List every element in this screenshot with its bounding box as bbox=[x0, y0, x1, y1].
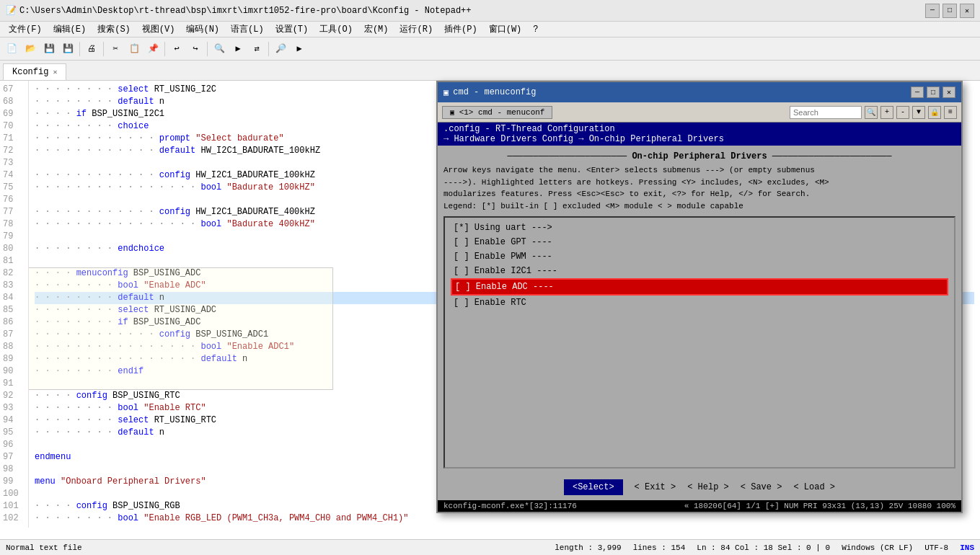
title-bar: 📝 C:\Users\Admin\Desktop\rt-thread\bsp\i… bbox=[0, 0, 980, 22]
cmd-maximize-button[interactable]: □ bbox=[927, 86, 940, 98]
lock-button[interactable]: 🔒 bbox=[928, 106, 941, 119]
menuconfig-help: Arrow keys navigate the menu. <Enter> se… bbox=[443, 164, 955, 212]
cmd-status-bar: kconfig-mconf.exe*[32]:11176 « 180206[64… bbox=[438, 500, 961, 512]
cmd-content: .config - RT-Thread Configuration → Hard… bbox=[438, 123, 961, 474]
cmd-title-left: ▣ cmd - menuconfig bbox=[443, 87, 536, 98]
search-minus-button[interactable]: - bbox=[896, 106, 909, 119]
line-numbers: 6768697071 7273747576 7778798081 8283848… bbox=[0, 81, 29, 528]
toolbar-separator-2 bbox=[103, 42, 104, 56]
menu-entry-uart[interactable]: [*] Using uart ---> bbox=[451, 221, 948, 235]
replace-button[interactable]: ⇄ bbox=[248, 40, 265, 58]
cmd-tab[interactable]: ▣ <1> cmd - menuconf bbox=[442, 106, 552, 119]
cmd-close-button[interactable]: ✕ bbox=[943, 86, 955, 98]
app-icon: 📝 bbox=[6, 5, 17, 16]
maximize-button[interactable]: □ bbox=[943, 4, 957, 18]
copy-button[interactable]: 📋 bbox=[125, 40, 143, 58]
cmd-status-right: « 180206[64] 1/1 [+] NUM PRI 93x31 (13,1… bbox=[684, 502, 955, 510]
main-content: 6768697071 7273747576 7778798081 8283848… bbox=[0, 81, 980, 539]
menuconfig-section-title: ─────────────────────── On-chip Peripher… bbox=[443, 151, 955, 161]
close-button[interactable]: ✕ bbox=[960, 4, 974, 18]
paste-button[interactable]: 📌 bbox=[144, 40, 162, 58]
toolbar: 📄 📂 💾 💾 🖨 ✂ 📋 📌 ↩ ↪ 🔍 ▶ ⇄ 🔎 ▶ bbox=[0, 37, 980, 61]
window-title: C:\Users\Admin\Desktop\rt-thread\bsp\imx… bbox=[19, 6, 472, 16]
redo-button[interactable]: ↪ bbox=[187, 40, 204, 58]
new-button[interactable]: 📄 bbox=[3, 40, 20, 58]
load-button[interactable]: < Load > bbox=[793, 482, 835, 492]
status-bar: Normal text file length : 3,999 lines : … bbox=[0, 539, 980, 555]
cmd-search-area: 🔍 + - ▼ 🔒 ≡ bbox=[790, 106, 957, 119]
cmd-window: ▣ cmd - menuconfig ─ □ ✕ ▣ <1> cmd - men… bbox=[436, 81, 963, 513]
minimize-button[interactable]: ─ bbox=[925, 4, 940, 18]
print-button[interactable]: 🖨 bbox=[83, 40, 100, 58]
menu-bar: 文件(F) 编辑(E) 搜索(S) 视图(V) 编码(N) 语言(L) 设置(T… bbox=[0, 22, 980, 37]
cursor-info: Ln : 84 Col : 18 Sel : 0 | 0 bbox=[697, 543, 830, 552]
breadcrumb-line1: .config - RT-Thread Configuration bbox=[443, 124, 955, 134]
menu-entry-gpt[interactable]: [ ] Enable GPT ---- bbox=[451, 235, 948, 249]
file-type: Normal text file bbox=[6, 543, 82, 552]
cmd-icon: ▣ bbox=[443, 87, 449, 98]
menu-entry-adc[interactable]: [ ] Enable ADC ---- bbox=[451, 278, 948, 296]
find-next-button[interactable]: ▶ bbox=[229, 40, 247, 58]
cmd-title-bar: ▣ cmd - menuconfig ─ □ ✕ bbox=[438, 82, 961, 102]
toolbar-separator-1 bbox=[79, 42, 80, 56]
menu-view[interactable]: 视图(V) bbox=[136, 22, 181, 37]
search-options-button[interactable]: ▼ bbox=[912, 106, 925, 119]
menu-settings[interactable]: 设置(T) bbox=[270, 22, 314, 37]
menu-file[interactable]: 文件(F) bbox=[3, 22, 48, 37]
menu-edit[interactable]: 编辑(E) bbox=[48, 22, 92, 37]
line-ending: Windows (CR LF) bbox=[842, 543, 913, 552]
title-bar-controls: ─ □ ✕ bbox=[925, 4, 974, 18]
cmd-toolbar: ▣ <1> cmd - menuconf 🔍 + - ▼ 🔒 ≡ bbox=[438, 102, 961, 123]
charset: UTF-8 bbox=[924, 543, 948, 552]
code-line-102: · · · · · · · · bool "Enable RGB_LED (PW… bbox=[35, 512, 974, 525]
cmd-breadcrumb: .config - RT-Thread Configuration → Hard… bbox=[438, 123, 961, 146]
menuconfig-area: ─────────────────────── On-chip Peripher… bbox=[438, 146, 961, 474]
lines-info: lines : 154 bbox=[633, 543, 686, 552]
length-info: length : 3,999 bbox=[555, 543, 621, 552]
exit-button[interactable]: < Exit > bbox=[635, 482, 676, 492]
cmd-tab-label: <1> cmd - menuconf bbox=[459, 108, 545, 117]
toolbar-separator-4 bbox=[207, 42, 208, 56]
menu-help[interactable]: ? bbox=[527, 23, 544, 36]
undo-button[interactable]: ↩ bbox=[168, 40, 185, 58]
search-button[interactable]: 🔍 bbox=[865, 106, 878, 119]
help-button[interactable]: < Help > bbox=[687, 482, 729, 492]
find-button[interactable]: 🔍 bbox=[211, 40, 228, 58]
menu-button[interactable]: ≡ bbox=[944, 106, 957, 119]
save-button[interactable]: 💾 bbox=[40, 40, 58, 58]
search-input[interactable] bbox=[790, 106, 862, 119]
menu-window[interactable]: 窗口(W) bbox=[483, 22, 528, 37]
cut-button[interactable]: ✂ bbox=[107, 40, 124, 58]
menu-entry-pwm[interactable]: [ ] Enable PWM ---- bbox=[451, 249, 948, 264]
insert-mode: INS bbox=[960, 543, 974, 552]
breadcrumb-line2: → Hardware Drivers Config → On-chip Peri… bbox=[443, 134, 955, 144]
cmd-tab-icon: ▣ bbox=[450, 109, 454, 117]
save-button-cmd[interactable]: < Save > bbox=[741, 482, 782, 492]
run-button[interactable]: ▶ bbox=[291, 40, 308, 58]
menu-run[interactable]: 运行(R) bbox=[394, 22, 438, 37]
menu-encoding[interactable]: 编码(N) bbox=[180, 22, 225, 37]
cmd-title-controls: ─ □ ✕ bbox=[911, 86, 955, 98]
tab-kconfig[interactable]: Kconfig ✕ bbox=[3, 63, 66, 80]
zoom-in-button[interactable]: 🔎 bbox=[272, 40, 289, 58]
toolbar-separator-3 bbox=[164, 42, 165, 56]
cmd-minimize-button[interactable]: ─ bbox=[911, 86, 924, 98]
menu-search[interactable]: 搜索(S) bbox=[92, 22, 136, 37]
menu-plugins[interactable]: 插件(P) bbox=[438, 22, 483, 37]
select-button[interactable]: <Select> bbox=[564, 479, 623, 495]
cmd-status-left: kconfig-mconf.exe*[32]:11176 bbox=[443, 502, 577, 510]
tab-close-button[interactable]: ✕ bbox=[53, 68, 57, 76]
menu-entry-rtc[interactable]: [ ] Enable RTC bbox=[451, 296, 948, 310]
cmd-title: cmd - menuconfig bbox=[453, 87, 536, 97]
open-button[interactable]: 📂 bbox=[22, 40, 39, 58]
menu-entry-i2c1[interactable]: [ ] Enable I2C1 ---- bbox=[451, 264, 948, 278]
menu-tools[interactable]: 工具(O) bbox=[314, 22, 358, 37]
menuconfig-list[interactable]: [*] Using uart ---> [ ] Enable GPT ---- … bbox=[443, 216, 955, 469]
search-plus-button[interactable]: + bbox=[880, 106, 893, 119]
toolbar-separator-5 bbox=[268, 42, 269, 56]
cmd-footer: <Select> < Exit > < Help > < Save > < Lo… bbox=[438, 474, 961, 500]
menu-language[interactable]: 语言(L) bbox=[225, 22, 270, 37]
tab-bar: Kconfig ✕ bbox=[0, 61, 980, 81]
save-all-button[interactable]: 💾 bbox=[59, 40, 76, 58]
menu-macro[interactable]: 宏(M) bbox=[358, 22, 394, 37]
